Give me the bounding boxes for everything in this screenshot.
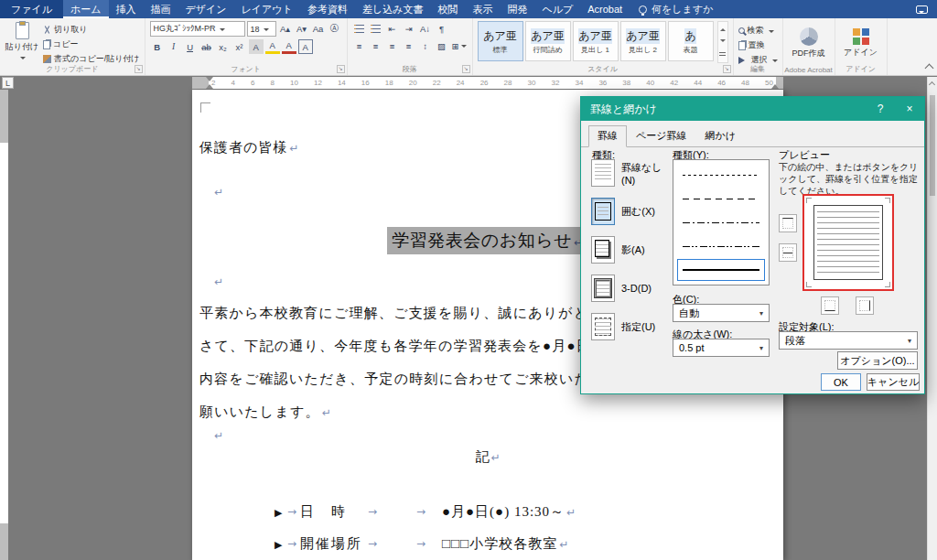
paste-button[interactable]: 貼り付け (5, 21, 39, 63)
increase-indent-button[interactable]: ⇥ (402, 21, 416, 36)
right-indent-marker[interactable] (771, 81, 779, 89)
numbering-button[interactable] (369, 21, 383, 36)
options-button[interactable]: オプション(O)... (837, 351, 918, 370)
underline-button[interactable]: U (183, 39, 198, 54)
doc-ki-line[interactable]: 記↵ (192, 448, 783, 466)
doc-list-item[interactable]: ▶ → 日 時 → → ●月●日(●) 13:30～↵ (192, 503, 783, 531)
ribbon-tab[interactable]: 描画 (144, 0, 178, 18)
setting-box[interactable]: 囲む(X) (591, 198, 670, 225)
ribbon-tab[interactable]: Acrobat (580, 0, 630, 18)
setting-none[interactable]: 罫線なし(N) (591, 159, 670, 187)
gallery-up-icon[interactable] (718, 22, 727, 36)
vertical-ruler[interactable] (0, 90, 8, 560)
comments-icon[interactable] (916, 5, 928, 14)
doc-list-item[interactable]: ▶ → 開催場所 → → □□□小学校各教室↵ (192, 535, 783, 560)
ribbon-tab[interactable]: ファイル (0, 0, 63, 18)
shading-button[interactable]: ▨ (435, 38, 449, 53)
scrollbar-thumb[interactable] (930, 95, 935, 196)
styles-gallery-scrollbar[interactable] (717, 21, 728, 63)
italic-button[interactable]: I (167, 39, 181, 54)
doc-body-line[interactable]: 平素から本校教育にご理解、ご支援を賜り、誠にありがとう (199, 296, 605, 329)
change-case-button[interactable]: Aa (311, 22, 326, 37)
subscript-button[interactable]: x₂ (216, 39, 231, 54)
doc-body-line[interactable]: 願いいたします。↵ (199, 395, 605, 429)
find-button[interactable]: 検索 (738, 25, 778, 37)
horizontal-ruler[interactable]: 2468101214161820222426283032343638404244… (192, 77, 783, 89)
setting-3d[interactable]: 3-D(D) (591, 275, 670, 302)
paragraph-dialog-launcher-icon[interactable] (462, 65, 470, 73)
font-dialog-launcher-icon[interactable] (337, 65, 345, 73)
styles-dialog-launcher-icon[interactable] (723, 65, 731, 73)
line-style-solid[interactable] (677, 259, 765, 281)
align-left-button[interactable]: ≡ (352, 38, 367, 53)
tab-borders[interactable]: 罫線 (588, 125, 627, 147)
decrease-indent-button[interactable]: ⇤ (385, 21, 400, 36)
ok-button[interactable]: OK (821, 373, 861, 391)
style-item[interactable]: あア亜 見出し 1 (573, 21, 619, 61)
highlight-color-button[interactable]: A (265, 39, 280, 54)
borders-button[interactable]: ⊞ (451, 38, 468, 53)
ribbon-tab[interactable]: ホーム (63, 0, 109, 18)
tell-me-search[interactable]: 何をしますか (639, 0, 713, 18)
doc-greeting-line[interactable]: 保護者の皆様↵ (199, 139, 299, 156)
line-width-select[interactable]: 0.5 pt (673, 339, 770, 357)
doc-empty-line[interactable]: ↵ (212, 426, 223, 443)
tab-page-border[interactable]: ページ罫線 (627, 125, 696, 147)
ribbon-tab[interactable]: 校閲 (430, 0, 465, 18)
doc-body-line[interactable]: 内容をご確認いただき、予定の時刻に合わせてご来校いただ (199, 362, 605, 395)
ribbon-tab[interactable]: デザイン (178, 0, 234, 18)
align-right-button[interactable]: ≡ (385, 38, 400, 53)
preview-right-border-button[interactable] (856, 296, 874, 315)
line-style-dash[interactable] (677, 188, 765, 210)
align-center-button[interactable]: ≡ (369, 38, 383, 53)
formatting-marks-button[interactable]: ¶ (435, 21, 449, 36)
line-style-dash-dot[interactable] (677, 211, 765, 233)
justify-button[interactable]: ≡ (402, 38, 416, 53)
style-item[interactable]: あ 表題 (668, 21, 714, 61)
line-style-fine-dash[interactable] (677, 164, 765, 186)
help-button[interactable]: ? (866, 97, 895, 121)
setting-shadow[interactable]: 影(A) (591, 236, 670, 264)
preview-inside-horizontal-button[interactable] (779, 243, 797, 262)
vertical-scrollbar[interactable] (927, 77, 937, 560)
preview-bottom-border-button[interactable] (821, 296, 839, 315)
line-style-dash-dot-dot[interactable] (677, 235, 765, 257)
copy-button[interactable]: コピー (43, 38, 140, 50)
font-name-select[interactable]: HG丸ｺﾞｼｯｸM-PR (150, 21, 245, 37)
enclose-characters-button[interactable]: Ⓐ (328, 22, 342, 37)
style-item[interactable]: あア亜 標準 (478, 21, 523, 61)
selected-title-text[interactable]: 学習発表会のお知らせ↵ (387, 227, 587, 254)
doc-empty-line[interactable]: ↵ (212, 183, 223, 199)
dialog-titlebar[interactable]: 罫線と網かけ ? × (581, 97, 924, 121)
clipboard-dialog-launcher-icon[interactable] (135, 65, 143, 73)
line-style-list[interactable] (673, 159, 770, 285)
gallery-down-icon[interactable] (718, 36, 727, 49)
color-select[interactable]: 自動 (673, 304, 770, 322)
ribbon-tab[interactable]: 開発 (500, 0, 534, 18)
bullets-button[interactable] (352, 21, 367, 36)
strikethrough-button[interactable]: ab (199, 39, 214, 54)
ribbon-tab[interactable]: 表示 (465, 0, 500, 18)
ribbon-tab[interactable]: ヘルプ (534, 0, 580, 18)
shrink-font-button[interactable]: A▾ (295, 22, 309, 37)
addins-button[interactable]: アドイン (840, 21, 882, 63)
ribbon-tab[interactable]: 挿入 (109, 0, 144, 18)
left-indent-marker[interactable] (206, 81, 213, 89)
doc-body-line[interactable]: さて、下記の通り、今年度も各学年の学習発表会を●月●日( (199, 329, 605, 362)
replace-button[interactable]: 置換 (738, 39, 778, 51)
doc-empty-line[interactable]: ↵ (212, 273, 223, 289)
font-color-button[interactable]: A (282, 39, 296, 54)
collapse-ribbon-icon[interactable] (925, 64, 934, 73)
tab-shading[interactable]: 網かけ (696, 125, 746, 147)
ribbon-tab[interactable]: 参考資料 (300, 0, 355, 18)
doc-body-paragraph[interactable]: 平素から本校教育にご理解、ご支援を賜り、誠にありがとう さて、下記の通り、今年度… (199, 296, 605, 429)
style-item[interactable]: あア亜 行間詰め (525, 21, 571, 61)
sort-button[interactable]: A↓ (418, 21, 433, 36)
setting-custom[interactable]: 指定(U) (591, 313, 670, 340)
gallery-more-icon[interactable] (718, 48, 727, 62)
border-preview[interactable] (802, 194, 894, 291)
ribbon-tab[interactable]: レイアウト (234, 0, 300, 18)
cancel-button[interactable]: キャンセル (867, 373, 920, 391)
character-border-button[interactable]: A (298, 39, 313, 54)
cut-button[interactable]: 切り取り (43, 24, 140, 36)
